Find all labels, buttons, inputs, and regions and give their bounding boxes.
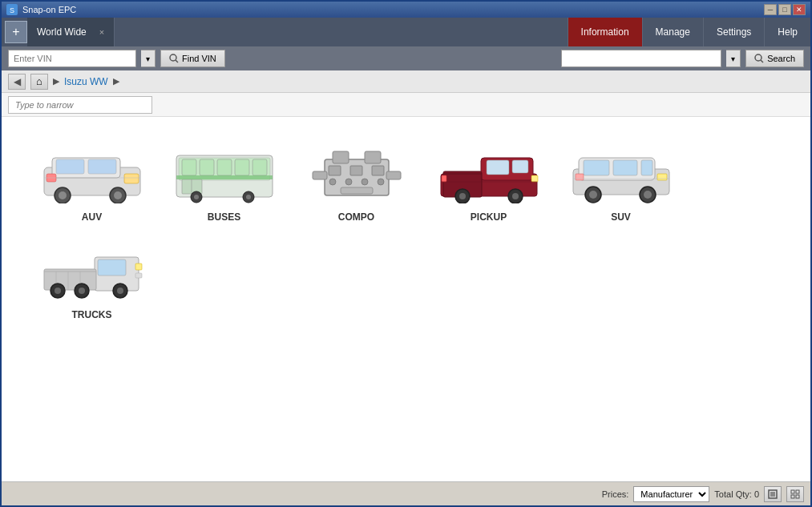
search-input[interactable] <box>561 50 721 67</box>
svg-point-83 <box>117 288 123 294</box>
svg-line-3 <box>176 60 178 62</box>
svg-rect-14 <box>124 174 139 183</box>
svg-rect-47 <box>512 160 528 173</box>
nav-bar: + World Wide × Information Manage Settin… <box>2 18 810 46</box>
restore-view-icon <box>768 489 778 499</box>
nav-information-button[interactable]: Information <box>568 18 642 46</box>
truck-icon <box>40 241 144 301</box>
svg-point-29 <box>246 195 251 199</box>
svg-rect-60 <box>613 160 637 175</box>
vehicle-item-pickup[interactable]: PICKUP <box>422 133 555 231</box>
svg-rect-62 <box>657 174 667 180</box>
svg-rect-35 <box>350 166 362 175</box>
svg-rect-88 <box>791 495 794 498</box>
search-icon <box>754 54 764 63</box>
svg-rect-51 <box>442 175 446 182</box>
vehicle-grid: AUV <box>26 133 786 328</box>
nav-right: Information Manage Settings Help <box>568 18 810 46</box>
suv-icon <box>569 143 673 203</box>
vehicle-item-buses[interactable]: BUSES <box>158 133 290 231</box>
vehicle-item-auv[interactable]: AUV <box>26 133 158 231</box>
vehicle-label-auv: AUV <box>82 211 102 223</box>
svg-point-65 <box>589 191 597 199</box>
title-bar-controls: ─ □ ✕ <box>764 4 806 15</box>
close-button[interactable]: ✕ <box>793 4 806 15</box>
vehicle-item-compo[interactable]: COMPO <box>290 133 422 231</box>
svg-rect-63 <box>576 174 584 180</box>
svg-rect-61 <box>641 160 652 175</box>
svg-point-38 <box>345 179 352 185</box>
search-button[interactable]: Search <box>745 50 804 67</box>
svg-rect-9 <box>88 159 116 174</box>
status-bar: Prices: Manufacturer Total Qty: 0 <box>2 481 810 505</box>
vin-input[interactable] <box>8 50 136 67</box>
tab-label: World Wide <box>37 26 87 38</box>
vehicle-item-suv[interactable]: SUV <box>555 133 687 231</box>
vin-dropdown-button[interactable]: ▾ <box>141 50 156 67</box>
vehicle-item-trucks[interactable]: TRUCKS <box>26 231 158 328</box>
svg-rect-77 <box>135 273 142 278</box>
svg-rect-50 <box>531 175 538 182</box>
svg-point-40 <box>378 179 384 185</box>
vehicle-label-compo: COMPO <box>338 211 374 223</box>
restore-button[interactable]: □ <box>778 4 791 15</box>
magnifier-icon <box>169 54 179 63</box>
main-content: AUV <box>2 117 810 485</box>
nav-manage-button[interactable]: Manage <box>642 18 703 46</box>
svg-rect-8 <box>56 159 84 174</box>
svg-point-37 <box>329 179 336 185</box>
engine-icon <box>305 143 409 203</box>
find-vin-button[interactable]: Find VIN <box>160 50 225 67</box>
svg-rect-20 <box>200 159 214 175</box>
filter-input[interactable] <box>8 96 152 114</box>
title-bar: S Snap-on EPC ─ □ ✕ <box>2 2 810 18</box>
svg-rect-19 <box>182 159 196 175</box>
svg-point-2 <box>170 54 176 61</box>
svg-point-81 <box>79 288 85 294</box>
vehicle-label-pickup: PICKUP <box>471 211 507 223</box>
svg-rect-46 <box>487 160 509 175</box>
vehicle-image-suv <box>569 141 673 205</box>
svg-point-13 <box>114 191 122 199</box>
vehicle-image-auv <box>40 141 144 205</box>
breadcrumb-home-button[interactable]: ⌂ <box>30 74 48 90</box>
breadcrumb-back-button[interactable]: ◀ <box>8 74 26 90</box>
app-icon: S <box>6 4 18 15</box>
svg-rect-36 <box>372 166 384 175</box>
search-bar: ▾ Find VIN ▾ Search <box>2 46 810 70</box>
auv-icon <box>40 143 144 203</box>
add-tab-button[interactable]: + <box>5 21 27 43</box>
svg-rect-32 <box>333 151 349 163</box>
prices-dropdown[interactable]: Manufacturer <box>633 486 709 502</box>
pickup-icon <box>437 143 541 203</box>
status-icon-2-button[interactable] <box>786 486 804 502</box>
filter-bar <box>2 93 810 117</box>
svg-rect-23 <box>252 159 267 175</box>
search-dropdown-button[interactable]: ▾ <box>726 50 741 67</box>
total-qty-label: Total Qty: 0 <box>714 489 759 499</box>
nav-left: + World Wide × <box>2 18 115 46</box>
svg-rect-43 <box>341 187 373 194</box>
vehicle-image-compo <box>305 141 409 205</box>
breadcrumb-isuzu-link[interactable]: Isuzu WW <box>64 76 108 87</box>
svg-rect-59 <box>584 160 609 175</box>
svg-rect-22 <box>235 159 249 175</box>
tab-close-button[interactable]: × <box>99 27 104 37</box>
svg-line-5 <box>761 60 763 62</box>
vehicle-label-buses: BUSES <box>208 211 240 223</box>
svg-rect-30 <box>176 175 273 179</box>
nav-help-button[interactable]: Help <box>764 18 810 46</box>
vehicle-label-suv: SUV <box>611 211 631 223</box>
grid-view-icon <box>790 489 800 499</box>
minimize-button[interactable]: ─ <box>764 4 777 15</box>
status-icon-1-button[interactable] <box>764 486 782 502</box>
svg-point-27 <box>194 195 199 199</box>
svg-rect-41 <box>313 171 327 179</box>
svg-point-4 <box>755 54 762 61</box>
svg-point-55 <box>512 193 519 199</box>
breadcrumb-arrow-2: ▶ <box>113 76 119 87</box>
svg-rect-70 <box>98 260 126 276</box>
svg-text:S: S <box>10 6 14 14</box>
nav-settings-button[interactable]: Settings <box>703 18 764 46</box>
svg-point-67 <box>644 191 652 199</box>
